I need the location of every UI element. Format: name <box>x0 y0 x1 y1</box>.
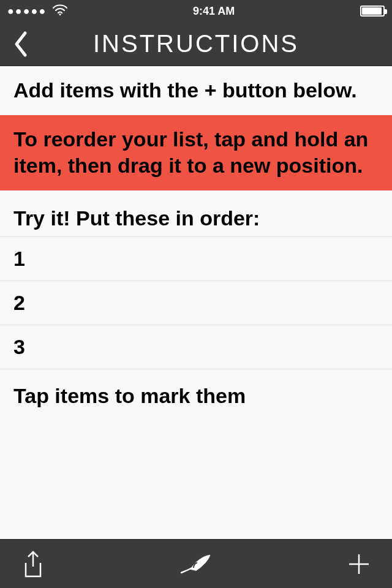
status-time: 9:41 AM <box>193 5 235 18</box>
wifi-icon <box>53 4 67 18</box>
plus-icon <box>347 552 371 576</box>
compose-icon <box>179 552 213 576</box>
svg-point-0 <box>59 13 61 15</box>
share-button[interactable] <box>15 546 51 582</box>
page-title: INSTRUCTIONS <box>0 30 392 58</box>
signal-dots-icon: ●●●●● <box>7 5 47 18</box>
share-icon <box>21 549 45 579</box>
battery-icon <box>360 6 385 17</box>
instruction-reorder[interactable]: To reorder your list, tap and hold an it… <box>0 115 392 190</box>
back-button[interactable] <box>6 29 37 59</box>
compose-button[interactable] <box>178 546 214 582</box>
list-item[interactable]: 1 <box>0 236 392 281</box>
chevron-left-icon <box>13 31 30 58</box>
nav-bar: INSTRUCTIONS <box>0 22 392 66</box>
status-right <box>360 6 385 17</box>
toolbar <box>0 539 392 588</box>
instruction-add[interactable]: Add items with the + button below. <box>0 66 392 115</box>
add-button[interactable] <box>341 546 377 582</box>
list-item[interactable]: 2 <box>0 281 392 325</box>
list-item[interactable]: 3 <box>0 325 392 369</box>
status-bar: ●●●●● 9:41 AM <box>0 0 392 22</box>
content-list[interactable]: Add items with the + button below. To re… <box>0 66 392 539</box>
instruction-tryit[interactable]: Try it! Put these in order: <box>0 190 392 237</box>
instruction-mark[interactable]: Tap items to mark them <box>0 369 392 412</box>
status-left: ●●●●● <box>7 4 67 18</box>
